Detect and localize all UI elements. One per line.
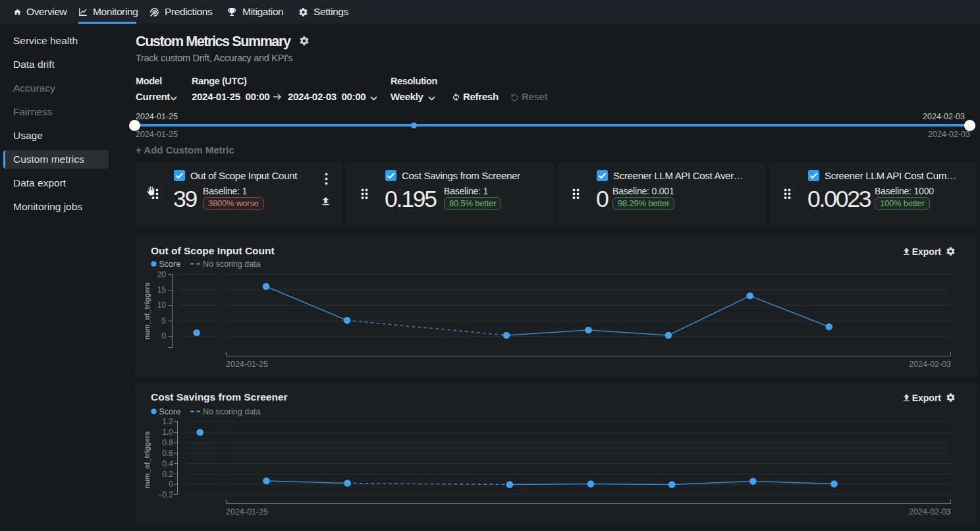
svg-text:0.6: 0.6 (162, 449, 173, 458)
svg-text:num_of_triggers: num_of_triggers (143, 432, 151, 489)
svg-text:0: 0 (169, 480, 173, 489)
svg-text:0: 0 (161, 331, 166, 341)
svg-text:Score: Score (159, 407, 181, 416)
svg-text:2024-01-25: 2024-01-25 (226, 360, 268, 369)
svg-text:1.0: 1.0 (162, 428, 173, 437)
svg-text:Score: Score (159, 260, 181, 269)
svg-text:1.2: 1.2 (162, 417, 173, 426)
svg-text:0.8: 0.8 (162, 438, 173, 447)
svg-text:2024-02-03: 2024-02-03 (909, 360, 951, 369)
svg-text:No scoring data: No scoring data (203, 407, 261, 416)
svg-text:num_of_triggers: num_of_triggers (143, 283, 151, 340)
svg-text:0.4: 0.4 (162, 459, 173, 468)
svg-text:2024-02-03: 2024-02-03 (909, 507, 951, 517)
svg-text:Export: Export (912, 246, 942, 257)
svg-text:Out of Scope Input Count: Out of Scope Input Count (151, 245, 275, 256)
svg-text:10: 10 (157, 300, 167, 310)
svg-text:Cost Savings from Screener: Cost Savings from Screener (151, 391, 288, 403)
svg-text:5: 5 (161, 316, 166, 325)
svg-text:Export: Export (912, 393, 942, 403)
svg-text:0.2: 0.2 (162, 470, 173, 479)
svg-text:15: 15 (157, 285, 167, 294)
svg-text:No scoring data: No scoring data (203, 260, 261, 269)
svg-text:2024-01-25: 2024-01-25 (226, 507, 268, 517)
svg-text:20: 20 (157, 270, 167, 279)
svg-text:−0.2: −0.2 (157, 490, 173, 499)
